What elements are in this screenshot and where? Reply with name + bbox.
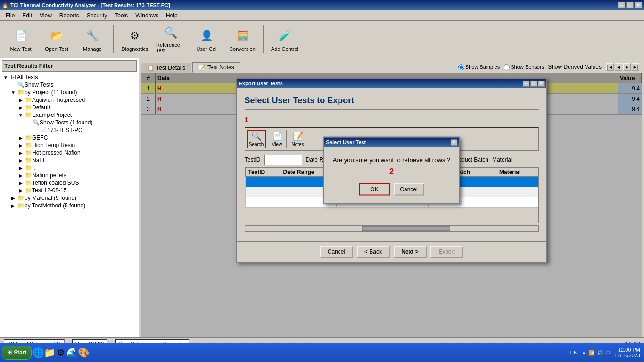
taskbar-settings-icon[interactable]: ⚙ (56, 348, 66, 357)
confirm-content: Are you sure you want to retrieve all ro… (324, 147, 459, 203)
expand-by-material[interactable]: ▶ (9, 196, 17, 201)
tab-test-details[interactable]: 📋 Test Details (141, 63, 191, 73)
taskbar-edge-icon[interactable]: 🌊 (67, 348, 77, 357)
expand-nafl[interactable]: ▶ (17, 158, 25, 163)
menu-security[interactable]: Security (83, 11, 111, 20)
expand-gefc[interactable]: ▶ (17, 135, 25, 140)
menu-edit[interactable]: Edit (18, 11, 36, 20)
aquivion-icon: 📁 (25, 97, 32, 103)
tree-item-by-test-method[interactable]: ▶ 📁 by TestMethod (5 found) (2, 202, 137, 209)
expand-example-project[interactable]: ▼ (17, 113, 25, 118)
confirm-close-btn[interactable]: ✕ (451, 139, 457, 145)
expand-hot-pressed-nafion[interactable]: ▶ (17, 150, 25, 156)
open-test-button[interactable]: 📂 Open Test (40, 23, 74, 56)
maximize-btn[interactable]: □ (626, 2, 634, 8)
menu-tools[interactable]: Tools (111, 11, 132, 20)
nav-buttons: |◄ ◄ ► ►| (605, 62, 640, 72)
tree-item-gefc[interactable]: ▶ 📁 GEFC (2, 134, 137, 141)
expand-by-project[interactable]: ▼ (9, 90, 17, 95)
hscroll-thumb[interactable] (362, 226, 450, 231)
view-label: View (272, 142, 282, 147)
test-id-input[interactable] (264, 155, 302, 165)
minimize-btn[interactable]: ─ (618, 2, 625, 8)
menu-view[interactable]: View (36, 11, 56, 20)
diagnostics-button[interactable]: ⚙ Diagnostics (118, 23, 152, 56)
export-dialog-minimize[interactable]: ─ (523, 81, 529, 87)
tree-item-test-12[interactable]: ▶ 📁 Test 12-08-15 (2, 187, 137, 194)
tree-item-show-tests[interactable]: 🔍 Show Tests (2, 81, 137, 89)
expand-default[interactable]: ▶ (17, 105, 25, 110)
show-sensors-radio[interactable]: Show Sensors (504, 64, 544, 70)
search-button[interactable]: 🔍 Search (247, 130, 266, 148)
tab-test-notes[interactable]: 📝 Test Notes (192, 62, 240, 73)
nav-last[interactable]: ►| (632, 63, 639, 71)
new-test-button[interactable]: 📄 New Test (4, 23, 38, 56)
taskbar-ie-icon[interactable]: 🌐 (33, 348, 43, 357)
tree-item-aquivion[interactable]: ▶ 📁 Aquivion_hotpressed (2, 96, 137, 104)
menu-windows[interactable]: Windows (132, 11, 162, 20)
tree-item-all-tests[interactable]: ▼ ☑ All Tests (2, 74, 137, 81)
tree-item-by-material[interactable]: ▶ 📁 by Material (9 found) (2, 194, 137, 202)
cancel-button[interactable]: Cancel (320, 246, 353, 258)
tree-item-misc[interactable]: ▶ 📁 ... (2, 164, 137, 172)
tree-label-nafion-pellets: Nafion pellets (32, 172, 66, 179)
menu-reports[interactable]: Reports (56, 11, 83, 20)
export-dialog-buttons: Cancel < Back Next > Export (237, 241, 546, 262)
manage-label: Manage (83, 46, 102, 52)
start-button[interactable]: ⊞ Start (2, 346, 32, 360)
nav-first[interactable]: |◄ (606, 63, 614, 71)
expand-test-12[interactable]: ▶ (17, 188, 25, 193)
notes-button[interactable]: 📝 Notes (289, 130, 307, 148)
conversion-button[interactable]: 🧮 Conversion (225, 23, 259, 56)
modal-overlay: Export User Tests ─ □ ✕ Select User Test… (141, 73, 642, 337)
expand-teflon[interactable]: ▶ (17, 181, 25, 186)
user-cal-button[interactable]: 👤 User Cal (190, 23, 223, 56)
manage-button[interactable]: 🔧 Manage (75, 23, 109, 56)
new-test-icon: 📄 (11, 26, 30, 45)
export-dialog-close[interactable]: ✕ (538, 81, 545, 87)
user-cal-label: User Cal (197, 46, 217, 52)
next-button[interactable]: Next > (394, 246, 427, 258)
tree-item-173[interactable]: 📄 173-TEST-PC (2, 126, 137, 134)
add-control-label: Add Control (271, 46, 298, 52)
show-samples-radio[interactable]: Show Samples (458, 64, 500, 70)
view-button[interactable]: 📄 View (268, 130, 287, 148)
test-173-icon: 📄 (40, 127, 47, 133)
manage-icon: 🔧 (83, 26, 102, 45)
expand-by-test-method[interactable]: ▶ (9, 203, 17, 208)
menu-help[interactable]: Help (162, 11, 182, 20)
expand-aquivion[interactable]: ▶ (17, 98, 25, 103)
test-id-label: TestID (245, 156, 261, 163)
taskbar-paint-icon[interactable]: 🎨 (79, 348, 88, 357)
tree-item-teflon[interactable]: ▶ 📁 Teflon coated SUS (2, 179, 137, 187)
back-button[interactable]: < Back (357, 246, 390, 258)
tree-item-show-tests-1[interactable]: 🔍 Show Tests (1 found) (2, 119, 137, 126)
tree-label-hot-pressed-nafion: Hot pressed Nafion (32, 149, 81, 156)
confirm-cancel-button[interactable]: Cancel (394, 183, 424, 196)
expand-high-temp-resin[interactable]: ▶ (17, 143, 25, 148)
expand-nafion-pellets[interactable]: ▶ (17, 173, 25, 178)
reference-test-button[interactable]: 🔍 Reference Test (154, 23, 188, 56)
export-dialog-maximize[interactable]: □ (530, 81, 537, 87)
tree-label-example-project: ExampleProject (32, 112, 72, 118)
tree-label-all-tests: All Tests (17, 74, 38, 81)
tree-item-nafl[interactable]: ▶ 📁 NaFL (2, 156, 137, 164)
tree-item-default[interactable]: ▶ 📁 Default (2, 104, 137, 111)
close-btn[interactable]: ✕ (635, 2, 642, 8)
menu-file[interactable]: File (2, 11, 18, 20)
clock[interactable]: 12:00 PM 11/10/2023 (614, 347, 640, 358)
tree-item-example-project[interactable]: ▼ 📁 ExampleProject (2, 111, 137, 119)
tree-item-nafion-pellets[interactable]: ▶ 📁 Nafion pellets (2, 172, 137, 179)
tree-item-high-temp-resin[interactable]: ▶ 📁 High Temp Resin (2, 141, 137, 149)
expand-misc[interactable]: ▶ (17, 165, 25, 171)
expand-all-tests[interactable]: ▼ (2, 75, 9, 80)
nav-next[interactable]: ► (623, 63, 631, 71)
nav-prev[interactable]: ◄ (615, 63, 622, 71)
tree-item-hot-pressed-nafion[interactable]: ▶ 📁 Hot pressed Nafion (2, 149, 137, 156)
h-scrollbar[interactable] (245, 225, 539, 232)
confirm-ok-button[interactable]: OK (359, 183, 390, 196)
taskbar-explorer-icon[interactable]: 📁 (45, 348, 54, 357)
export-button[interactable]: Export (430, 246, 463, 258)
tree-item-by-project[interactable]: ▼ 📁 by Project (11 found) (2, 89, 137, 96)
add-control-button[interactable]: 🧪 Add Control (268, 23, 302, 56)
